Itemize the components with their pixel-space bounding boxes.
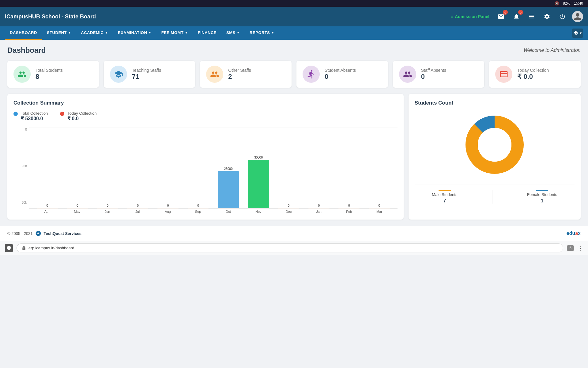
bar-jan: 0 [304,128,334,208]
teaching-staffs-icon [110,66,127,83]
lock-icon [22,246,26,250]
bar-oct: 23000 [213,128,243,208]
total-collection-value: ₹ 53000.0 [21,116,48,121]
mute-icon: 🔇 [555,1,559,6]
stat-staff-absents[interactable]: Staff Absents 0 [393,61,484,88]
nav-reports[interactable]: REPORTS ▼ [245,26,279,40]
stat-staff-absents-info: Staff Absents 0 [421,68,446,81]
navigation-bar: DASHBOARD STUDENT ▼ ACADEMIC ▼ EXAMINATI… [0,26,588,40]
notification-button[interactable]: 0 [511,11,522,22]
power-button[interactable] [557,11,568,22]
mail-badge: 0 [503,10,508,15]
stat-teaching-staffs[interactable]: Teaching Staffs 71 [104,61,195,88]
bar-jun: 0 [92,128,123,208]
bar-chart: 50k 25k 0 0 [13,128,398,213]
settings-button[interactable] [541,11,552,22]
footer: © 2005 - 2021 TechQuest Services eduax [0,226,588,241]
top-icons: 0 0 [496,11,583,22]
url-text: erp.icampus.in/dashboard [28,246,74,250]
list-icon: ≡ [450,14,453,19]
stat-today-collection[interactable]: Today Collection ₹ 0.0 [489,61,581,88]
stat-student-absents-label: Student Absents [325,68,356,73]
tab-count[interactable]: 5 [567,245,574,251]
nav-academic[interactable]: ACADEMIC ▼ [76,26,113,40]
nav-finance[interactable]: FINANCE [193,26,221,40]
bar-apr: 0 [32,128,62,208]
svg-point-2 [478,128,511,162]
stat-today-collection-info: Today Collection ₹ 0.0 [517,68,549,81]
stat-total-students-value: 8 [36,73,63,81]
stat-student-absents[interactable]: Student Absents 0 [296,61,388,88]
female-students-value: 1 [541,198,544,204]
stat-other-staffs-value: 2 [228,73,251,81]
notif-badge: 0 [518,10,523,15]
bar-jul: 0 [123,128,153,208]
bar-chart-area: 0 0 0 [29,128,398,213]
today-collection-label: Today Collection [67,111,96,116]
male-students-value: 7 [443,198,446,204]
total-collection-label: Total Collection [21,111,48,116]
female-students-legend: Female Students 1 [527,190,557,204]
bar-nov: 30000 [243,128,274,208]
current-time: 15:40 [574,1,583,6]
charts-row: Collection Summary Total Collection ₹ 53… [7,94,581,220]
stat-total-students-info: Total Students 8 [36,68,63,81]
staff-absents-icon [399,66,416,83]
female-students-label: Female Students [527,192,557,197]
legend-divider [492,190,492,204]
footer-brand: eduax [567,231,581,236]
stat-other-staffs-label: Other Staffs [228,68,251,73]
bar-chart-yaxis: 50k 25k 0 [13,128,29,204]
top-bar: iCampusHUB School - State Board ≡ Admiss… [0,7,588,26]
nav-student[interactable]: STUDENT ▼ [42,26,76,40]
browser-bar: erp.icampus.in/dashboard 5 ⋮ [0,241,588,255]
mail-button[interactable]: 0 [496,11,507,22]
nav-examination[interactable]: EXAMINATION ▼ [113,26,156,40]
stat-teaching-staffs-label: Teaching Staffs [132,68,161,73]
students-icon [13,66,31,83]
collection-summary-title: Collection Summary [13,100,398,106]
stat-staff-absents-label: Staff Absents [421,68,446,73]
collection-summary-card: Collection Summary Total Collection ₹ 53… [7,94,404,220]
browser-shield-icon[interactable] [5,244,13,252]
bar-sep: 0 [183,128,213,208]
today-collection-legend: Today Collection ₹ 0.0 [60,111,96,121]
browser-menu-button[interactable]: ⋮ [578,245,583,251]
welcome-message: Welcome to Administrator. [524,48,581,53]
nav-sms[interactable]: SMS ▼ [221,26,245,40]
students-count-card: Students Count [409,94,581,220]
student-absents-icon [303,66,320,83]
menu-button[interactable] [526,11,537,22]
techquest-logo-icon [35,230,41,236]
stat-student-absents-value: 0 [325,73,356,81]
main-content: Dashboard Welcome to Administrator. Tota… [0,40,588,226]
stat-today-collection-value: ₹ 0.0 [517,73,549,81]
user-avatar[interactable] [572,11,583,22]
donut-legend: Male Students 7 Female Students 1 [415,185,575,204]
bar-chart-bars: 0 0 0 [29,128,398,208]
bar-dec: 0 [273,128,304,208]
stat-student-absents-info: Student Absents 0 [325,68,356,81]
bar-mar: 0 [364,128,394,208]
today-collection-icon [495,66,512,83]
donut-chart [415,111,575,178]
url-bar[interactable]: erp.icampus.in/dashboard [17,243,563,252]
bar-aug: 0 [153,128,183,208]
bar-feb: 0 [334,128,364,208]
nav-dashboard[interactable]: DASHBOARD [5,26,42,40]
stats-row: Total Students 8 Teaching Staffs 71 Othe… [7,61,581,88]
footer-company: TechQuest Services [44,231,81,236]
footer-copyright: © 2005 - 2021 [7,231,33,236]
students-count-title: Students Count [415,100,575,106]
stat-today-collection-label: Today Collection [517,68,549,73]
nav-layers-button[interactable]: ▼ [572,29,583,38]
stat-total-students[interactable]: Total Students 8 [7,61,99,88]
page-title: Dashboard [7,46,46,55]
admission-panel-link[interactable]: ≡ Admission Panel [450,14,489,19]
dashboard-header: Dashboard Welcome to Administrator. [7,46,581,55]
status-bar: 🔇 82% 15:40 [0,0,588,7]
stat-other-staffs[interactable]: Other Staffs 2 [200,61,292,88]
collection-legend: Total Collection ₹ 53000.0 Today Collect… [13,111,398,121]
nav-fee-mgmt[interactable]: FEE MGMT ▼ [156,26,193,40]
other-staffs-icon [206,66,223,83]
